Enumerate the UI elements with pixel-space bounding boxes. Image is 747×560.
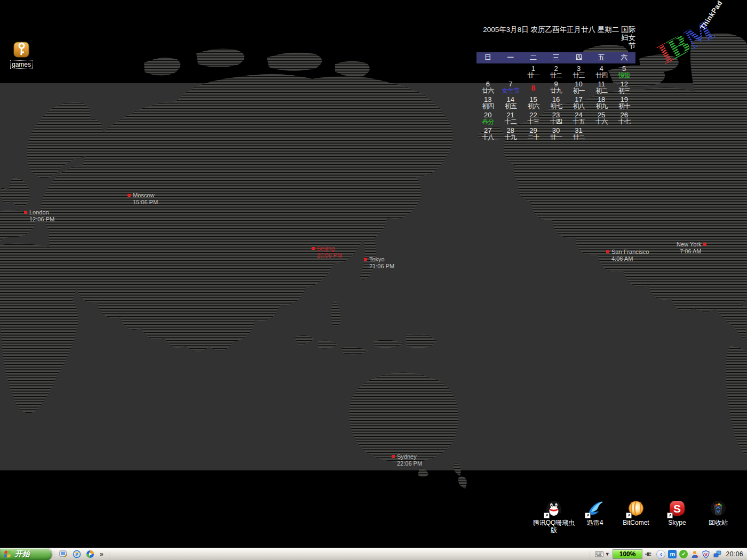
calendar-lunar-label: 初一 — [567, 87, 590, 94]
calendar-day-number: 8 — [531, 85, 536, 92]
desktop-icon-label: 腾讯QQ珊瑚虫版 — [533, 519, 575, 534]
shortcut-arrow-icon — [667, 513, 673, 518]
media-player-icon[interactable] — [85, 550, 94, 559]
calendar-day-cell: 17初八 — [567, 95, 590, 111]
calendar-title: 2005年3月8日 农历乙酉年正月廿八 星期二 国际妇女 节 — [476, 26, 635, 50]
calendar-day-cell: 3廿三 — [567, 65, 590, 80]
calendar-day-cell: 16初七 — [545, 95, 568, 111]
city-dot-icon — [128, 194, 131, 197]
calendar-weekday: 一 — [499, 53, 522, 62]
quick-launch-grip[interactable] — [53, 550, 55, 558]
calendar-day-cell: 2廿二 — [545, 65, 568, 80]
city-marker: Sydney22:06 PM — [392, 453, 422, 467]
taskbar-grip[interactable] — [108, 550, 110, 558]
calendar-day-cell: 7女生节 — [499, 80, 522, 95]
calendar-day-cell: 4廿四 — [590, 65, 613, 80]
calendar-lunar-label: 廿六 — [476, 87, 499, 94]
calendar-weekday-header: 日一二三四五六 — [476, 52, 635, 63]
calendar-day-cell: 6廿六 — [476, 80, 499, 95]
calendar-day-cell: 19初十 — [613, 95, 635, 111]
calendar-widget: 2005年3月8日 农历乙酉年正月廿八 星期二 国际妇女 节 日一二三四五六 1… — [476, 26, 635, 142]
city-time: 7:06 AM — [677, 248, 701, 254]
bitcomet-ball-icon — [627, 499, 645, 517]
calendar-day-cell: 24十五 — [567, 111, 590, 126]
desktop-icon-xunlei[interactable]: 迅雷4 — [574, 499, 616, 526]
svg-text:V: V — [704, 551, 708, 557]
city-name: San Francisco — [611, 249, 649, 255]
network-connection-tray-icon[interactable] — [713, 550, 721, 558]
skype-icon: S — [668, 499, 686, 517]
desktop-icon-label: 回收站 — [697, 519, 740, 526]
calendar-lunar-label: 初十 — [613, 103, 635, 110]
quick-launch-overflow-chevron[interactable]: » — [99, 550, 105, 558]
city-name: Tokyo — [369, 256, 385, 262]
desktop-icon-bitcomet[interactable]: BitComet — [615, 499, 657, 526]
battery-indicator[interactable]: 100% — [613, 549, 643, 559]
quick-launch-bar: e » — [57, 550, 107, 559]
messenger-person-tray-icon[interactable] — [690, 550, 699, 558]
tray-collapse-chevron[interactable]: ‹ — [656, 550, 665, 559]
start-button[interactable]: 开始 — [0, 548, 52, 560]
calendar-lunar-label: 十五 — [567, 118, 590, 125]
city-time: 21:06 PM — [369, 263, 394, 269]
desktop-icon-recycle-bin[interactable]: 回收站 — [697, 499, 740, 526]
tray-grip[interactable] — [589, 550, 591, 558]
desktop-icon-skype[interactable]: S Skype — [656, 499, 698, 526]
power-plug-icon[interactable] — [645, 550, 654, 558]
calendar-day-cell: 14初五 — [499, 95, 522, 111]
desktop-icon-label: Skype — [656, 519, 698, 526]
calendar-day-cell: 21十二 — [499, 111, 522, 126]
calendar-day-cell: 27十八 — [476, 126, 499, 142]
desktop-icon-games[interactable]: games — [0, 41, 43, 69]
calendar-lunar-label: 初三 — [613, 87, 635, 94]
calendar-weekday: 五 — [590, 53, 613, 62]
calendar-lunar-label: 廿三 — [567, 72, 590, 79]
antivirus-shield-tray-icon[interactable]: V — [702, 550, 710, 558]
calendar-day-cell: 25十六 — [590, 111, 613, 126]
input-method-caret-icon[interactable]: ▼ — [605, 551, 610, 557]
city-time: 20:06 PM — [317, 252, 342, 259]
city-name: Sydney — [397, 453, 417, 460]
svg-text:e: e — [75, 550, 78, 558]
calendar-day-cell: 13初四 — [476, 95, 499, 111]
calendar-lunar-label: 廿九 — [545, 87, 568, 94]
thunder-bird-icon — [586, 499, 604, 517]
calendar-lunar-label: 春分 — [476, 118, 499, 125]
input-method-keyboard-icon[interactable] — [595, 550, 603, 558]
calendar-day-cell: 22十三 — [522, 111, 545, 126]
city-name: New York — [677, 241, 701, 247]
calendar-lunar-label: 廿二 — [567, 134, 590, 141]
internet-explorer-icon[interactable]: e — [72, 550, 81, 559]
shortcut-arrow-icon — [585, 513, 591, 518]
calendar-lunar-label: 十六 — [590, 118, 613, 125]
calendar-day-cell: 23十四 — [545, 111, 568, 126]
calendar-lunar-label: 廿一 — [522, 72, 545, 79]
calendar-day-cell: 31廿二 — [567, 126, 590, 142]
recycle-bin-icon — [709, 499, 727, 517]
green-check-tray-icon[interactable]: ✓ — [679, 550, 688, 558]
maxthon-tray-icon[interactable]: m — [668, 550, 677, 558]
city-time: 12:06 PM — [29, 216, 54, 222]
calendar-grid: 1廿一2廿二3廿三4廿四5惊蛰6廿六7女生节89廿九10初一11初二12初三13… — [476, 65, 635, 142]
calendar-lunar-label: 女生节 — [499, 87, 522, 94]
calendar-lunar-label: 廿二 — [545, 72, 568, 79]
city-name: London — [29, 209, 49, 215]
tray-clock[interactable]: 20:06 — [726, 550, 743, 558]
taskbar: 开始 e » — [0, 548, 747, 560]
city-dot-icon — [364, 258, 367, 261]
calendar-day-cell: 20春分 — [476, 111, 499, 126]
key-icon — [12, 41, 30, 59]
calendar-day-cell: 12初三 — [613, 80, 635, 95]
calendar-lunar-label: 十三 — [522, 118, 545, 125]
calendar-lunar-label: 初八 — [567, 103, 590, 110]
desktop-icon-qq[interactable]: 腾讯QQ珊瑚虫版 — [533, 499, 575, 534]
city-marker: Beijing20:06 PM — [312, 245, 342, 259]
calendar-weekday: 日 — [476, 53, 499, 62]
desktop-icon-label: BitComet — [615, 519, 657, 526]
show-desktop-icon[interactable] — [59, 550, 68, 559]
calendar-lunar-label: 初七 — [545, 103, 568, 110]
calendar-weekday: 四 — [567, 53, 590, 62]
calendar-blank-cell — [499, 65, 522, 80]
calendar-day-cell: 10初一 — [567, 80, 590, 95]
calendar-lunar-label: 十四 — [545, 118, 568, 125]
